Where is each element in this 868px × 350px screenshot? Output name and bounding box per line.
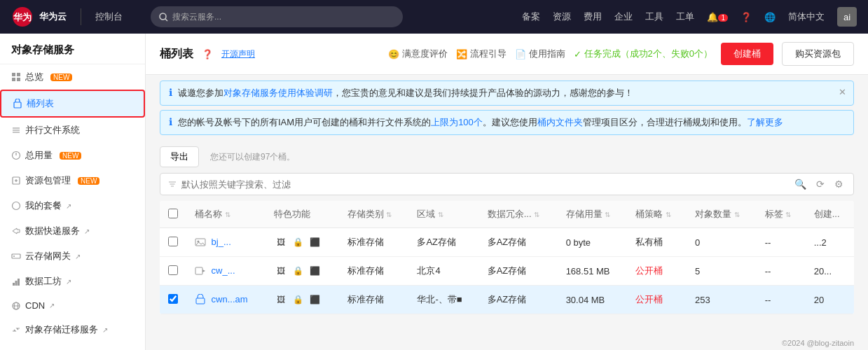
td-name-1: bj_... — [186, 228, 266, 257]
image-icon-1 — [195, 237, 206, 248]
feature-icon-config-3[interactable]: ⬛ — [308, 293, 322, 307]
survey-close-button[interactable]: ✕ — [839, 87, 846, 97]
sidebar-item-data-express[interactable]: 数据快递服务 ↗ — [0, 218, 145, 244]
select-all-checkbox[interactable] — [168, 209, 178, 218]
page-title: 桶列表 — [160, 47, 193, 62]
feature-icon-config-1[interactable]: ⬛ — [308, 235, 322, 249]
refresh-button[interactable]: ⟳ — [813, 177, 827, 191]
row1-checkbox[interactable] — [168, 237, 178, 246]
filter-icon — [167, 179, 177, 189]
th-usage: 存储用量 ⇅ — [558, 201, 628, 228]
sidebar-item-data-workshop[interactable]: 数据工坊 ↗ — [0, 269, 145, 294]
sort-name-icon[interactable]: ⇅ — [225, 211, 230, 218]
feature-icon-secure-2[interactable]: 🔒 — [291, 264, 305, 278]
bucket-name-2[interactable]: cw_... — [195, 265, 235, 276]
overview-new-badge: NEW — [50, 74, 72, 81]
table-row: bj_... 🖼 🔒 ⬛ 标准存储 多AZ存储 多AZ存储 — [160, 228, 854, 257]
sidebar-item-storage-gateway-label: 云存储网关 — [25, 250, 71, 262]
sort-region-icon[interactable]: ⇅ — [438, 211, 443, 218]
sort-tags-icon[interactable]: ⇅ — [785, 211, 791, 218]
page-help-icon[interactable]: ❓ — [202, 49, 213, 59]
survey-link[interactable]: 对象存储服务使用体验调研 — [223, 88, 333, 98]
sort-policy-icon[interactable]: ⇅ — [666, 211, 671, 218]
export-button[interactable]: 导出 — [160, 146, 199, 167]
sort-storage-type-icon[interactable]: ⇅ — [386, 211, 392, 218]
search-input[interactable] — [181, 179, 787, 190]
usage-guide-action[interactable]: 📄 使用指南 — [515, 48, 565, 60]
sidebar: 对象存储服务 总览 NEW 桶列表 并行文件系统 总用量 NEW 资源包管理 N… — [0, 34, 146, 350]
nav-workorder[interactable]: 工单 — [676, 10, 694, 23]
learn-more-link[interactable]: 了解更多 — [747, 117, 783, 127]
sidebar-item-bucket-list[interactable]: 桶列表 — [0, 90, 145, 118]
cdn-icon — [11, 301, 21, 311]
open-statement-link[interactable]: 开源声明 — [221, 48, 255, 60]
globe-icon[interactable]: 🌐 — [764, 12, 776, 22]
policy-tag-1: 私有桶 — [635, 237, 663, 247]
footer: ©2024 @blog-zitaoin — [146, 336, 868, 350]
svg-rect-30 — [195, 267, 202, 274]
feature-icon-secure-3[interactable]: 🔒 — [291, 293, 305, 307]
sidebar-item-parallel-fs[interactable]: 并行文件系统 — [0, 118, 145, 143]
sidebar-title: 对象存储服务 — [0, 34, 145, 64]
limit-link[interactable]: 上限为100个 — [431, 117, 483, 127]
bucket-name-3[interactable]: cwn...am — [195, 294, 248, 304]
notification-icon[interactable]: 🔔1 — [707, 12, 728, 22]
feature-icon-config-2[interactable]: ⬛ — [308, 264, 322, 278]
bucket-name-1[interactable]: bj_... — [195, 237, 231, 247]
nav-tools[interactable]: 工具 — [645, 10, 663, 23]
svg-marker-31 — [202, 270, 205, 272]
td-redundancy-2: 多AZ存储 — [479, 257, 558, 286]
row2-checkbox[interactable] — [168, 265, 178, 275]
main-layout: 对象存储服务 总览 NEW 桶列表 并行文件系统 总用量 NEW 资源包管理 N… — [0, 34, 868, 350]
svg-point-18 — [13, 255, 15, 257]
help-icon[interactable]: ❓ — [740, 12, 752, 22]
sort-objects-icon[interactable]: ⇅ — [734, 211, 740, 218]
folder-link[interactable]: 桶内文件夹 — [537, 117, 583, 127]
sidebar-item-cdn[interactable]: CDN ↗ — [0, 294, 145, 317]
svg-rect-6 — [12, 78, 15, 81]
feature-icon-secure-1[interactable]: 🔒 — [291, 235, 305, 249]
td-created-2: 20... — [806, 257, 854, 286]
search-submit-button[interactable]: 🔍 — [792, 177, 809, 191]
global-search[interactable]: 搜索云服务... — [151, 6, 403, 27]
task-status[interactable]: ✓ 任务完成（成功2个、失败0个） — [574, 48, 712, 60]
nav-enterprise[interactable]: 企业 — [614, 10, 633, 23]
search-placeholder: 搜索云服务... — [172, 11, 221, 23]
table-header: 桶名称 ⇅ 特色功能 存储类别 ⇅ 区域 ⇅ 数据冗余... ⇅ 存储用量 ⇅ … — [160, 201, 854, 228]
nav-billing[interactable]: 费用 — [584, 10, 602, 23]
user-area[interactable]: ai — [837, 7, 857, 27]
th-tags: 标签 ⇅ — [757, 201, 806, 228]
feature-icon-img-3[interactable]: 🖼 — [274, 293, 288, 307]
sidebar-item-suite-label: 我的套餐 — [25, 200, 62, 212]
sidebar-item-suite[interactable]: 我的套餐 ↗ — [0, 193, 145, 218]
svg-rect-32 — [196, 298, 205, 304]
td-tags-1: -- — [757, 228, 806, 257]
console-label: 控制台 — [95, 10, 123, 23]
td-usage-1: 0 byte — [558, 228, 628, 257]
settings-button[interactable]: ⚙ — [832, 177, 846, 191]
td-tags-3: -- — [757, 286, 806, 314]
flow-guide-action[interactable]: 🔀 流程引导 — [456, 48, 507, 60]
sidebar-item-overview[interactable]: 总览 NEW — [0, 64, 145, 90]
th-policy: 桶策略 ⇅ — [627, 201, 687, 228]
satisfaction-action[interactable]: 😊 满意度评价 — [388, 48, 448, 60]
sidebar-item-usage[interactable]: 总用量 NEW — [0, 143, 145, 168]
sidebar-item-resource-pack[interactable]: 资源包管理 NEW — [0, 168, 145, 193]
logo[interactable]: 华为 华为云 — [11, 6, 67, 28]
table-row: cwn...am 🖼 🔒 ⬛ 标准存储 华北-、带■ 多AZ — [160, 286, 854, 314]
lang-label[interactable]: 简体中文 — [788, 10, 825, 23]
sort-usage-icon[interactable]: ⇅ — [605, 211, 610, 218]
sidebar-item-storage-gateway[interactable]: 云存储网关 ↗ — [0, 244, 145, 269]
nav-backup[interactable]: 备案 — [522, 10, 540, 23]
feature-icon-img-2[interactable]: 🖼 — [274, 264, 288, 278]
sidebar-item-resource-pack-label: 资源包管理 — [25, 174, 71, 187]
sidebar-item-migration[interactable]: 对象存储迁移服务 ↗ — [0, 317, 145, 342]
create-bucket-button[interactable]: 创建桶 — [721, 43, 773, 65]
feature-icon-img-1[interactable]: 🖼 — [274, 235, 288, 249]
buy-resource-button[interactable]: 购买资源包 — [782, 42, 854, 66]
sort-redundancy-icon[interactable]: ⇅ — [534, 211, 539, 218]
row3-checkbox[interactable] — [168, 294, 178, 304]
external-link-icon-suite: ↗ — [66, 202, 71, 210]
limit-alert: ℹ 您的帐号及帐号下的所有IAM用户可创建的桶和并行文件系统的上限为100个。建… — [160, 110, 854, 135]
nav-resources[interactable]: 资源 — [553, 10, 571, 23]
